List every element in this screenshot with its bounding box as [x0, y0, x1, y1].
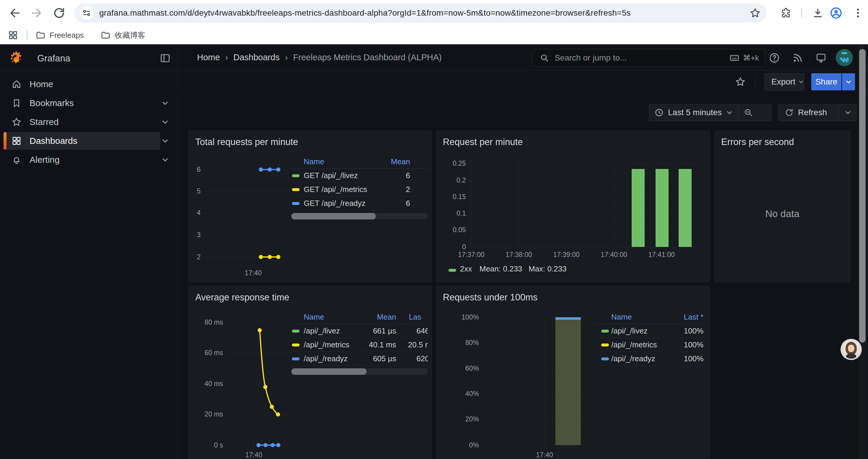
url-text[interactable]: grafana.mathmast.com/d/deytv4rwavabkb/fr…	[99, 4, 631, 23]
kiosk-monitor-icon[interactable]	[815, 52, 827, 64]
search-shortcut: ⌘+k	[743, 54, 759, 63]
sidebar-item-dashboards[interactable]: Dashboards	[0, 131, 177, 150]
panel-requests-under-100ms[interactable]: Requests under 100ms 100% 80% 60% 40% 20…	[436, 286, 710, 459]
breadcrumb-separator: ›	[225, 53, 228, 62]
legend-header-mean[interactable]: Mean	[359, 312, 396, 324]
legend-scrollbar-thumb[interactable]	[291, 213, 376, 220]
legend-row[interactable]: /api/_/readyz 100%	[594, 352, 704, 366]
time-range-picker[interactable]: Last 5 minutes	[649, 104, 738, 121]
panel-total-requests-per-minute[interactable]: Total requests per minute 6 5 4 3 2 17:4…	[188, 131, 432, 282]
panel-request-per-minute[interactable]: Request per minute 0.25 0.2 0.15 0.1 0.0…	[436, 131, 710, 282]
series-color-metrics	[292, 188, 300, 191]
chevron-down-icon[interactable]	[161, 118, 169, 126]
series-color-livez	[292, 174, 300, 177]
y-axis-tick: 40%	[439, 390, 479, 398]
legend-header-last[interactable]: Last *	[684, 312, 704, 324]
y-axis-tick: 80%	[439, 339, 479, 347]
bar-chart	[436, 131, 711, 282]
sidebar-item-alerting[interactable]: Alerting	[0, 150, 177, 169]
chevron-down-icon[interactable]	[161, 99, 169, 107]
series-mean: 661 µs	[344, 324, 396, 338]
sidebar-item-bookmarks[interactable]: Bookmarks	[0, 94, 177, 112]
chevron-down-icon	[798, 78, 804, 85]
legend-row[interactable]: /api/_/readyz 605 µs 620	[291, 352, 428, 366]
active-item-background	[4, 132, 160, 150]
download-icon[interactable]	[812, 7, 824, 19]
extensions-icon[interactable]	[780, 7, 792, 19]
grafana-logo[interactable]	[8, 50, 25, 67]
chevron-down-icon[interactable]	[161, 156, 169, 164]
y-axis-tick: 20 ms	[190, 410, 223, 418]
y-axis-tick: 60%	[439, 364, 479, 372]
series-mean: Mean: 0.233	[479, 264, 522, 273]
favorite-star-icon[interactable]	[735, 76, 746, 88]
refresh-interval-button[interactable]	[839, 104, 857, 121]
profile-icon[interactable]	[830, 6, 843, 20]
news-rss-icon[interactable]	[792, 52, 803, 64]
assistant-avatar-button[interactable]	[840, 339, 862, 360]
series-color-2xx	[448, 269, 456, 272]
series-name: GET /api/_/livez	[304, 169, 358, 183]
search-placeholder: Search or jump to...	[555, 53, 627, 63]
search-input[interactable]: Search or jump to... ⌘+k	[532, 49, 765, 67]
panel-average-response-time[interactable]: Average response time 80 ms 60 ms 40 ms …	[188, 286, 432, 459]
series-last: 100%	[684, 352, 704, 366]
legend-row[interactable]: /api/_/metrics 100%	[594, 338, 704, 352]
bookmark-folder-freeleaps[interactable]: Freeleaps	[35, 28, 84, 42]
legend-header-name[interactable]: Name	[304, 156, 324, 169]
sidebar-item-home[interactable]: Home	[0, 75, 177, 94]
legend-row[interactable]: /api/_/livez 100%	[594, 324, 704, 338]
share-menu-button[interactable]	[842, 73, 855, 90]
bookmark-icon	[11, 98, 22, 108]
x-axis-tick: 17:38:00	[500, 251, 538, 258]
bookmark-star-icon[interactable]	[749, 7, 761, 19]
site-settings-icon[interactable]	[80, 6, 93, 20]
page-scrollbar-thumb[interactable]	[859, 49, 866, 342]
user-avatar[interactable]	[836, 49, 853, 66]
help-icon[interactable]	[769, 52, 780, 64]
legend-header-mean[interactable]: Mean	[391, 156, 410, 169]
panel-errors-per-second[interactable]: Errors per second No data	[714, 131, 850, 282]
chevron-down-icon[interactable]	[161, 137, 169, 145]
breadcrumb-home[interactable]: Home	[197, 53, 220, 62]
bookmark-folder-blogs[interactable]: 收藏博客	[100, 28, 145, 42]
legend-header-name[interactable]: Name	[611, 312, 632, 324]
breadcrumb-dashboards[interactable]: Dashboards	[234, 53, 279, 62]
forward-icon[interactable]	[30, 6, 43, 20]
share-button[interactable]: Share	[811, 73, 841, 90]
bookmarks-divider	[27, 30, 28, 40]
zoom-out-button[interactable]	[739, 104, 758, 121]
sidebar-item-starred[interactable]: Starred	[0, 112, 177, 131]
sidebar-toggle-icon[interactable]	[159, 53, 171, 64]
legend-row[interactable]: GET /api/_/livez 6	[291, 169, 428, 183]
back-icon[interactable]	[8, 6, 21, 20]
series-name: GET /api/_/readyz	[304, 196, 366, 210]
panel-title: Errors per second	[721, 137, 794, 147]
legend-header-name[interactable]: Name	[304, 312, 324, 324]
sidebar-item-label: Bookmarks	[30, 98, 74, 108]
header-divider	[0, 70, 868, 71]
legend-scrollbar-thumb[interactable]	[291, 368, 367, 375]
legend-header-last[interactable]: Las	[409, 312, 421, 324]
apps-grid-icon[interactable]	[8, 30, 18, 40]
export-button[interactable]: Export	[765, 73, 804, 90]
browser-menu-icon[interactable]	[852, 7, 864, 19]
no-data-message: No data	[715, 208, 850, 220]
sidebar-item-label: Dashboards	[30, 136, 78, 146]
legend-row[interactable]: GET /api/_/readyz 6	[291, 196, 428, 210]
refresh-button[interactable]: Refresh	[778, 104, 839, 121]
chart-legend[interactable]: 2xx Mean: 0.233 Max: 0.233	[436, 264, 711, 276]
x-axis-tick: 17:37:00	[452, 251, 490, 258]
y-axis-tick: 3	[190, 231, 200, 239]
reload-icon[interactable]	[53, 6, 66, 20]
legend-scrollbar[interactable]	[291, 213, 428, 220]
series-color-metrics	[601, 343, 609, 347]
address-bar[interactable]: grafana.mathmast.com/d/deytv4rwavabkb/fr…	[74, 4, 766, 23]
legend-row[interactable]: /api/_/livez 661 µs 646	[291, 324, 428, 338]
y-axis-tick: 0.15	[439, 193, 466, 201]
legend-row[interactable]: GET /api/_/metrics 2	[291, 183, 428, 196]
legend-scrollbar[interactable]	[291, 368, 428, 375]
legend-table: Name Mean Las /api/_/livez 661 µs 646 /a…	[291, 312, 428, 376]
legend-row[interactable]: /api/_/metrics 40.1 ms 20.5 m	[291, 338, 428, 352]
refresh-icon	[784, 108, 794, 117]
